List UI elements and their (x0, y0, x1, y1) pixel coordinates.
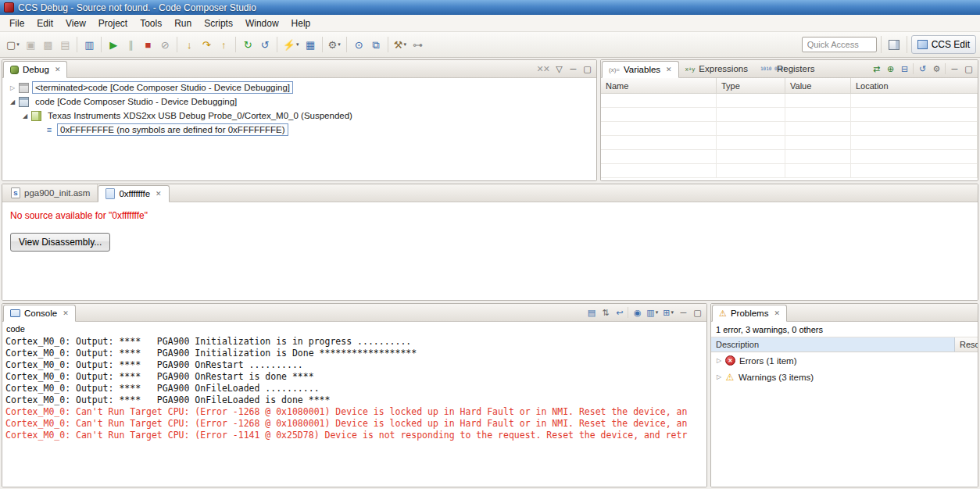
console-error-line: Cortex_M0_0: Can't Run Target CPU: (Erro… (5, 418, 703, 430)
resume-button[interactable]: ▶ (105, 36, 122, 54)
problems-group-warnings[interactable]: ▷ ⚠ Warnings (3 items) (711, 369, 978, 385)
step-return-button[interactable]: ↑ (215, 36, 232, 54)
problems-group-errors[interactable]: ▷ ✕ Errors (1 item) (711, 352, 978, 369)
error-icon: ✕ (725, 355, 735, 366)
menu-view[interactable]: View (59, 16, 92, 31)
tab-expressions[interactable]: x+y Expressions (679, 60, 754, 77)
column-value[interactable]: Value (785, 78, 851, 93)
minimize-button[interactable]: ─ (566, 62, 580, 76)
new-button[interactable]: ▢▾ (4, 36, 22, 54)
scroll-lock-button[interactable]: ⇅ (598, 305, 612, 319)
minimize-button[interactable]: ─ (676, 305, 690, 319)
tab-0xfffffffe[interactable]: 0xfffffffe ✕ (98, 185, 169, 202)
suspend-button[interactable]: ∥ (122, 36, 139, 54)
tab-pga900-init-asm[interactable]: S pga900_init.asm (4, 184, 98, 202)
maximize-button[interactable]: ▢ (961, 62, 975, 76)
menu-window[interactable]: Window (239, 16, 285, 31)
save-button[interactable]: ▣ (22, 36, 39, 54)
terminate-button[interactable]: ■ (139, 36, 156, 54)
target-console-button[interactable]: ▥ (80, 36, 98, 54)
close-icon[interactable]: ✕ (156, 190, 162, 198)
tab-variables[interactable]: (x)= Variables ✕ (602, 61, 679, 78)
maximize-button[interactable]: ▢ (690, 305, 704, 319)
display-selected-console-button[interactable]: ▥▾ (644, 305, 660, 319)
close-icon[interactable]: ✕ (774, 309, 780, 317)
menubar: File Edit View Project Tools Run Scripts… (0, 15, 980, 32)
debug-source-file-icon (106, 188, 115, 199)
close-icon[interactable]: ✕ (666, 66, 672, 73)
step-over-button[interactable]: ↷ (198, 36, 215, 54)
tree-row-stack-frame[interactable]: ≡ 0xFFFFFFFE (no symbols are defined for… (2, 123, 596, 137)
key-button[interactable]: ⊶ (409, 36, 426, 54)
tree-row-debug-probe[interactable]: ◢ Texas Instruments XDS2xx USB Debug Pro… (2, 109, 596, 123)
console-line: Cortex_M0_0: Output: **** PGA900 OnResta… (5, 371, 703, 383)
search-button[interactable]: ⊙ (350, 36, 367, 54)
refresh-button[interactable]: ↺ (256, 36, 274, 54)
show-type-names-button[interactable]: ⇄ (869, 62, 883, 76)
collapse-all-button[interactable]: ⊟ (897, 62, 911, 76)
tab-debug[interactable]: Debug ✕ (3, 61, 67, 78)
tree-row-terminated-launch[interactable]: ▷ <terminated>code [Code Composer Studio… (2, 80, 596, 95)
open-element-button[interactable]: ⧉ (367, 36, 384, 54)
variables-settings-button[interactable]: ⚙ (929, 62, 943, 76)
maximize-button[interactable]: ▢ (580, 62, 594, 76)
menu-file[interactable]: File (3, 16, 30, 31)
disconnect-button[interactable]: ⊘ (156, 36, 173, 54)
view-menu-button[interactable]: ▽ (552, 62, 566, 76)
ccs-edit-perspective-label: CCS Edit (932, 39, 970, 50)
no-source-message: No source available for "0xfffffffe" (10, 210, 970, 221)
ccs-edit-perspective-button[interactable]: CCS Edit (911, 35, 976, 54)
close-icon[interactable]: ✕ (55, 66, 61, 73)
expander-icon[interactable]: ▷ (714, 357, 724, 364)
open-perspective-button[interactable] (885, 36, 903, 54)
menu-scripts[interactable]: Scripts (198, 16, 239, 31)
menu-edit[interactable]: Edit (30, 16, 59, 31)
problems-tabbar: ⚠ Problems ✕ (711, 304, 978, 322)
clear-console-button[interactable]: ▤ (584, 305, 598, 319)
save-all-button[interactable]: ▩ (39, 36, 56, 54)
tab-registers[interactable]: 1010 0101 Registers (754, 60, 821, 77)
remove-all-terminated-button[interactable]: ✕✕ (535, 62, 552, 76)
word-wrap-button[interactable]: ↩ (612, 305, 626, 319)
expander-icon[interactable]: ◢ (20, 112, 30, 120)
print-button[interactable]: ▤ (56, 36, 73, 54)
expander-icon[interactable]: ▷ (7, 84, 18, 91)
minimize-button[interactable]: ─ (947, 62, 961, 76)
column-name[interactable]: Name (601, 78, 717, 93)
tab-expressions-label: Expressions (699, 64, 748, 73)
column-resource[interactable]: Resour (955, 337, 978, 352)
menu-run[interactable]: Run (168, 16, 198, 31)
column-location[interactable]: Location (851, 78, 978, 93)
step-into-button[interactable]: ↓ (181, 36, 198, 54)
pin-console-button[interactable]: ◉ (630, 305, 644, 319)
add-watch-expression-button[interactable]: ⊕ (883, 62, 897, 76)
memory-button[interactable]: ▦ (302, 36, 319, 54)
restart-button[interactable]: ↻ (239, 36, 256, 54)
view-disassembly-button[interactable]: View Disassembly... (10, 233, 110, 252)
console-output[interactable]: Cortex_M0_0: Output: **** PGA900 Initial… (2, 335, 706, 487)
tab-problems[interactable]: ⚠ Problems ✕ (712, 305, 787, 322)
quick-access-input[interactable] (802, 37, 877, 52)
menu-tools[interactable]: Tools (134, 16, 168, 31)
tab-registers-label: Registers (777, 64, 815, 73)
refresh-variables-button[interactable]: ↺ (915, 62, 929, 76)
column-type[interactable]: Type (717, 78, 785, 93)
open-console-button[interactable]: ⊞▾ (660, 305, 676, 319)
menu-help[interactable]: Help (285, 16, 317, 31)
minimize-icon: ─ (570, 65, 576, 73)
debug-launch-tree[interactable]: ▷ <terminated>code [Code Composer Studio… (2, 78, 596, 180)
settings-button[interactable]: ⚙▾ (326, 36, 343, 54)
tree-row-launch[interactable]: ◢ code [Code Composer Studio - Device De… (2, 95, 596, 109)
expander-icon[interactable]: ▷ (714, 373, 724, 380)
minimize-icon: ─ (952, 65, 957, 73)
build-button[interactable]: ⚒▾ (392, 36, 409, 54)
expander-icon[interactable]: ◢ (7, 98, 18, 105)
menu-project[interactable]: Project (92, 16, 134, 31)
toolbar-icon-group: ▢▾▣▩▤▥▶∥■⊘↓↷↑↻↺⚡▾▦⚙▾⊙⧉⚒▾⊶ (4, 36, 426, 54)
flash-button[interactable]: ⚡▾ (281, 36, 302, 54)
column-description[interactable]: Description (711, 337, 955, 352)
close-icon[interactable]: ✕ (63, 309, 69, 317)
debug-icon (10, 66, 19, 74)
tab-console[interactable]: Console ✕ (3, 305, 76, 322)
variables-view-toolbar: ⇄⊕⊟↺⚙─▢ (869, 62, 978, 76)
